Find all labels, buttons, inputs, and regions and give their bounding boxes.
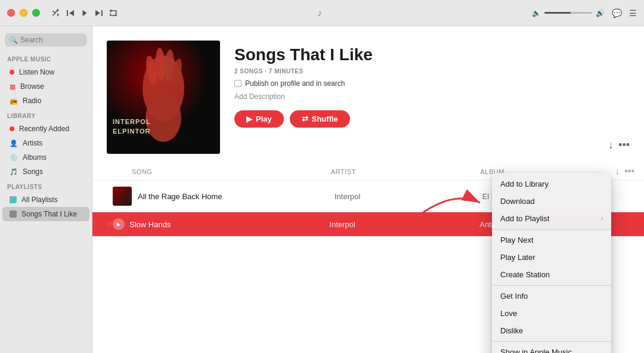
sidebar-item-label: All Playlists	[21, 196, 58, 204]
svg-marker-3	[95, 10, 100, 16]
maximize-button[interactable]	[32, 9, 40, 17]
playback-controls	[52, 9, 117, 17]
previous-button[interactable]	[66, 9, 75, 17]
list-options-button[interactable]: •••	[624, 166, 634, 176]
sidebar-item-radio[interactable]: 📻 Radio	[2, 94, 89, 108]
sidebar-item-browse[interactable]: ▦ Browse	[2, 79, 89, 94]
apple-music-section-label: Apple Music	[0, 51, 92, 65]
column-artist: Artist	[331, 168, 481, 175]
ctx-play-later[interactable]: Play Later	[492, 249, 611, 266]
sort-button[interactable]: ↓	[615, 166, 620, 176]
albums-icon: 💿	[10, 154, 18, 162]
sidebar-item-label: Listen Now	[19, 68, 54, 76]
ctx-love[interactable]: Love	[492, 305, 611, 322]
listen-now-dot	[10, 70, 14, 75]
playlist-meta: 2 Songs · 7 Minutes	[234, 68, 594, 75]
music-note-icon: ♪	[317, 8, 322, 18]
ctx-label: Add to Library	[500, 179, 549, 188]
sidebar-item-label: Songs That I Like	[21, 210, 77, 218]
more-options-button[interactable]: •••	[618, 139, 630, 151]
ctx-download[interactable]: Download	[492, 193, 611, 210]
song-artist-2: Interpol	[330, 220, 480, 229]
play-pause-button[interactable]	[80, 9, 89, 17]
ctx-label: Play Next	[500, 236, 534, 244]
sidebar-item-artists[interactable]: 👤 Artists	[2, 136, 89, 150]
sidebar-item-label: Artists	[23, 139, 42, 147]
ctx-dislike[interactable]: Dislike	[492, 322, 611, 339]
song-title-1: All the Rage Back Home	[138, 192, 335, 201]
svg-rect-4	[101, 10, 103, 16]
ctx-play-next[interactable]: Play Next	[492, 231, 611, 249]
add-description[interactable]: Add Description	[234, 92, 594, 101]
ctx-add-to-playlist[interactable]: Add to Playlist ›	[492, 210, 611, 227]
lyrics-button[interactable]: 💬	[612, 8, 622, 18]
action-buttons: ▶ Play ⇄ Shuffle	[234, 110, 594, 128]
playlists-section-label: Playlists	[0, 179, 92, 193]
svg-rect-1	[67, 10, 68, 16]
song-artist-1: Interpol	[335, 192, 482, 201]
shuffle-label: Shuffle	[312, 114, 338, 123]
ctx-label: Create Station	[500, 270, 550, 279]
repeat-button[interactable]	[109, 9, 117, 17]
volume-low-icon: 🔈	[532, 9, 541, 17]
title-bar: ♪ 🔈 🔊 💬 ☰	[0, 0, 644, 26]
playlist-title: Songs That I Like	[234, 45, 594, 64]
ctx-label: Download	[500, 197, 535, 206]
ctx-show-apple-music[interactable]: Show in Apple Music	[492, 343, 611, 353]
ctx-label: Show in Apple Music	[500, 348, 572, 353]
ctx-separator-3	[492, 341, 611, 342]
sidebar-item-albums[interactable]: 💿 Albums	[2, 150, 89, 165]
publish-checkbox[interactable]	[234, 80, 242, 87]
column-song: Song	[132, 168, 331, 175]
volume-high-icon: 🔊	[596, 9, 605, 17]
ctx-add-to-library[interactable]: Add to Library	[492, 175, 611, 193]
play-icon: ▶	[246, 114, 252, 123]
sidebar-item-songs-that-i-like[interactable]: Songs That I Like	[2, 207, 89, 221]
shuffle-button[interactable]: ⇄ Shuffle	[290, 110, 350, 128]
recently-added-dot	[10, 126, 14, 131]
playlist-info: Songs That I Like 2 Songs · 7 Minutes Pu…	[234, 41, 594, 128]
play-button[interactable]: ▶ Play	[234, 110, 284, 128]
sidebar-item-label: Recently Added	[19, 125, 69, 133]
title-right: 🔈 🔊 💬 ☰	[532, 8, 637, 18]
sidebar-item-songs[interactable]: 🎵 Songs	[2, 165, 89, 179]
ctx-create-station[interactable]: Create Station	[492, 266, 611, 283]
ctx-chevron-icon: ›	[601, 215, 603, 222]
title-center: ♪	[317, 8, 327, 18]
next-button[interactable]	[95, 9, 103, 17]
sidebar-item-listen-now[interactable]: Listen Now	[2, 65, 89, 79]
close-button[interactable]	[7, 9, 15, 17]
all-playlists-icon	[10, 196, 17, 203]
window-controls	[7, 9, 40, 17]
context-menu: Add to Library Download Add to Playlist …	[492, 173, 611, 353]
playlist-actions: ↓ •••	[608, 139, 630, 154]
ctx-label: Play Later	[500, 253, 535, 262]
sidebar-item-recently-added[interactable]: Recently Added	[2, 122, 89, 136]
sidebar-item-label: Songs	[23, 168, 43, 176]
svg-marker-0	[69, 10, 74, 16]
ctx-separator-1	[492, 229, 611, 230]
menu-button[interactable]: ☰	[629, 8, 637, 18]
svg-marker-2	[83, 10, 87, 16]
row-indicator-2: ♡	[107, 221, 113, 228]
ctx-label: Add to Playlist	[500, 214, 549, 223]
search-icon: 🔍	[10, 36, 18, 44]
ctx-get-info[interactable]: Get Info	[492, 287, 611, 305]
radio-icon: 📻	[10, 97, 18, 105]
ctx-separator-2	[492, 285, 611, 286]
search-bar[interactable]: 🔍	[5, 33, 87, 47]
songs-icon: 🎵	[10, 168, 18, 176]
publish-label: Publish on profile and in search	[245, 79, 345, 88]
shuffle-icon: ⇄	[302, 114, 308, 123]
sidebar-item-label: Browse	[20, 82, 44, 91]
volume-slider[interactable]	[544, 12, 592, 14]
song-list-actions: ↓ •••	[615, 166, 634, 176]
shuffle-button[interactable]	[52, 9, 60, 17]
volume-fill	[544, 12, 571, 14]
search-input[interactable]	[20, 36, 82, 44]
sidebar-item-all-playlists[interactable]: All Playlists	[2, 193, 89, 207]
playlist-header: INTERPOLELPINTOR Songs That I Like 2 Son…	[92, 26, 644, 163]
publish-row: Publish on profile and in search	[234, 79, 594, 88]
minimize-button[interactable]	[20, 9, 27, 17]
download-button[interactable]: ↓	[608, 139, 614, 151]
